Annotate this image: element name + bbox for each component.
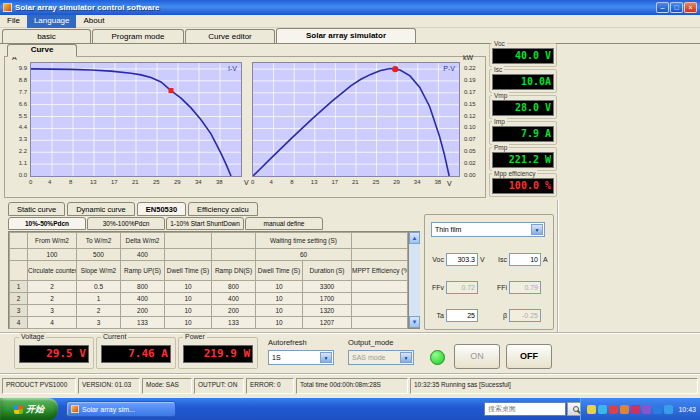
tray-icon-4[interactable]: [620, 405, 629, 414]
table-cell[interactable]: [352, 317, 408, 329]
off-button[interactable]: OFF: [506, 344, 552, 369]
table-cell[interactable]: [352, 305, 408, 317]
table-cell[interactable]: 400: [121, 293, 165, 305]
field-label: Isc: [490, 256, 507, 263]
table-cell[interactable]: 10: [256, 317, 303, 329]
tab-solar-array-simulator[interactable]: Solar array simulator: [276, 28, 416, 44]
chevron-down-icon[interactable]: ▼: [320, 352, 332, 363]
tab-curve[interactable]: Curve: [7, 44, 77, 57]
table-row: 33220010200101320: [10, 305, 408, 317]
table-header-cell: Circulate counter: [28, 261, 77, 281]
table-cell[interactable]: 10: [165, 305, 212, 317]
tray-icon-2[interactable]: [598, 405, 607, 414]
table-cell[interactable]: 4: [28, 317, 77, 329]
y-tick: 0.10: [464, 124, 476, 131]
taskbar-clock: 10:43: [678, 406, 696, 413]
status-segment-5: ERROR: 0: [246, 378, 294, 394]
table-cell[interactable]: 10: [165, 281, 212, 293]
maximize-button[interactable]: □: [670, 2, 683, 13]
tab-30-100-pdcn[interactable]: 30%-100%Pdcn: [87, 217, 165, 230]
table-cell[interactable]: 800: [212, 281, 256, 293]
start-button[interactable]: 开始: [0, 398, 58, 420]
field-input[interactable]: 10: [509, 253, 541, 266]
autorefresh-select[interactable]: 1S ▼: [268, 350, 334, 365]
table-cell[interactable]: 1207: [303, 317, 352, 329]
scroll-down-icon[interactable]: ▼: [409, 316, 420, 328]
chart-title: I-V: [228, 65, 237, 72]
table-header-cell: [212, 233, 256, 249]
table-cell[interactable]: 0.5: [77, 281, 121, 293]
table-cell[interactable]: 3: [77, 317, 121, 329]
table-cell[interactable]: 10: [256, 293, 303, 305]
autorefresh-label: Autorefresh: [268, 338, 307, 347]
tab-en50530[interactable]: EN50530: [137, 202, 186, 216]
scroll-up-icon[interactable]: ▲: [409, 232, 420, 244]
table-cell[interactable]: 10: [256, 305, 303, 317]
menu-language[interactable]: Language: [27, 15, 77, 28]
tab-manual-define[interactable]: manual define: [245, 217, 323, 230]
sub-tabs: 10%-50%Pdcn30%-100%Pdcn1-10% Start Shunt…: [8, 217, 324, 230]
minimize-button[interactable]: –: [656, 2, 669, 13]
taskbar-task-button[interactable]: Solar array sim...: [66, 401, 176, 417]
tab-efficiency-calcu[interactable]: Efficiency calcu: [188, 202, 258, 216]
table-header-cell: Slope W/m2: [77, 261, 121, 281]
tray-icon-3[interactable]: [609, 405, 618, 414]
x-tick: 29: [393, 179, 400, 186]
table-cell[interactable]: 3300: [303, 281, 352, 293]
table-scrollbar[interactable]: ▲ ▼: [408, 232, 420, 328]
table-cell[interactable]: 133: [212, 317, 256, 329]
close-button[interactable]: ×: [684, 2, 697, 13]
table-cell[interactable]: 1700: [303, 293, 352, 305]
tab-basic[interactable]: basic: [2, 29, 91, 44]
table-cell[interactable]: 10: [256, 281, 303, 293]
tray-icon-8[interactable]: [664, 405, 673, 414]
on-button[interactable]: ON: [454, 344, 500, 369]
tab-1-10-start-shuntdown[interactable]: 1-10% Start ShuntDown: [166, 217, 244, 230]
readout-value: 7.46 A: [101, 345, 171, 363]
tab-program-mode[interactable]: Program mode: [92, 29, 184, 44]
tab-10-50-pdcn[interactable]: 10%-50%Pdcn: [8, 217, 86, 230]
output-mode-label: Output_mode: [348, 338, 393, 347]
tab-static-curve[interactable]: Static curve: [8, 202, 65, 216]
tray-icon-1[interactable]: [587, 405, 596, 414]
tray-icon-7[interactable]: [653, 405, 662, 414]
table-cell[interactable]: 200: [121, 305, 165, 317]
x-tick: 8: [69, 179, 72, 186]
table-cell[interactable]: 10: [165, 293, 212, 305]
output-mode-select[interactable]: SAS mode ▼: [348, 350, 414, 365]
table-cell[interactable]: 800: [121, 281, 165, 293]
table-cell[interactable]: 1320: [303, 305, 352, 317]
vertical-divider: [557, 200, 559, 332]
tray-icon-5[interactable]: [631, 405, 640, 414]
table-cell[interactable]: 200: [212, 305, 256, 317]
search-input[interactable]: 搜索桌面: [484, 402, 566, 416]
table-cell[interactable]: 1: [77, 293, 121, 305]
y-tick: 0.0: [19, 172, 27, 179]
readout-label: Power: [183, 333, 207, 340]
chevron-down-icon[interactable]: ▼: [531, 224, 543, 235]
tab-dynamic-curve[interactable]: Dynamic curve: [67, 202, 135, 216]
field-: β-0.25: [490, 301, 553, 329]
field-input[interactable]: 303.3: [446, 253, 478, 266]
chevron-down-icon[interactable]: ▼: [400, 352, 412, 363]
menu-about[interactable]: About: [76, 15, 111, 28]
tray-icon-6[interactable]: [642, 405, 651, 414]
table-cell[interactable]: 133: [121, 317, 165, 329]
table-cell[interactable]: 2: [77, 305, 121, 317]
table-cell[interactable]: 2: [28, 293, 77, 305]
pv-y-unit: kW: [463, 54, 473, 61]
field-input[interactable]: 25: [446, 309, 478, 322]
module-type-select[interactable]: Thin film ▼: [431, 222, 545, 237]
table-header-cell: To W/m2: [77, 233, 121, 249]
menu-file[interactable]: File: [0, 15, 27, 28]
table-cell[interactable]: 10: [165, 317, 212, 329]
table-cell[interactable]: 2: [28, 281, 77, 293]
y-tick: 3.3: [19, 136, 27, 143]
table-cell[interactable]: 3: [28, 305, 77, 317]
table-cell[interactable]: [352, 293, 408, 305]
en50530-panel: Thin film ▼ Voc303.3VIsc10AFFv0.72FFi0.7…: [424, 214, 554, 330]
table-cell[interactable]: 400: [212, 293, 256, 305]
table-cell[interactable]: [352, 281, 408, 293]
tab-curve-editor[interactable]: Curve editor: [185, 29, 275, 44]
measurement-vmp: Vmp28.0 V: [489, 95, 557, 119]
